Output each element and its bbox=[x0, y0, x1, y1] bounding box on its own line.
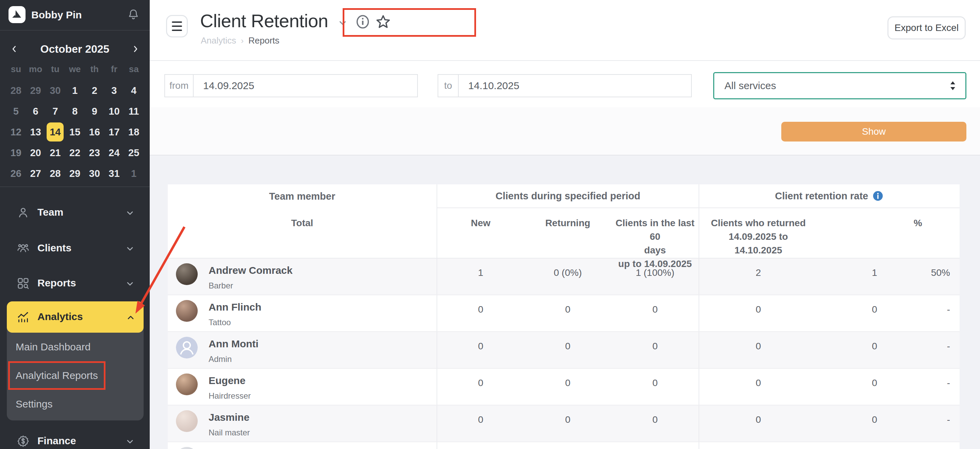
calendar-day[interactable]: 10 bbox=[105, 102, 123, 121]
avatar bbox=[176, 373, 198, 395]
value-cell bbox=[932, 442, 959, 449]
menu-toggle-button[interactable] bbox=[166, 15, 188, 37]
breadcrumb-separator-icon: › bbox=[241, 36, 243, 46]
annotation-box-analytical-reports bbox=[8, 361, 105, 390]
calendar-next-icon[interactable] bbox=[128, 41, 143, 57]
calendar-day[interactable]: 15 bbox=[66, 122, 83, 141]
calendar-day[interactable]: 4 bbox=[125, 81, 142, 100]
calendar-day[interactable]: 17 bbox=[105, 122, 123, 141]
table-row: JasmineNail master00000- bbox=[168, 405, 959, 442]
date-to-field[interactable]: to 14.10.2025 bbox=[438, 74, 692, 97]
calendar-day[interactable]: 11 bbox=[125, 102, 142, 121]
avatar-placeholder bbox=[176, 337, 198, 359]
calendar-day[interactable]: 19 bbox=[8, 143, 24, 162]
value-cell: 0 bbox=[611, 332, 698, 368]
submenu-item-main-dashboard[interactable]: Main Dashboard bbox=[7, 337, 143, 357]
value-cell: - bbox=[932, 295, 959, 331]
calendar-day[interactable]: 30 bbox=[86, 164, 103, 183]
calendar-month-label: October 2025 bbox=[22, 43, 128, 56]
calendar-day[interactable]: 26 bbox=[8, 164, 24, 183]
calendar-day[interactable]: 18 bbox=[125, 122, 142, 141]
sidebar-item-label: Team bbox=[37, 206, 63, 218]
chevron-down-icon bbox=[125, 437, 135, 446]
calendar-day[interactable]: 21 bbox=[47, 143, 64, 162]
value-cell: 0 bbox=[437, 295, 524, 331]
person-icon bbox=[16, 206, 30, 219]
calendar-day[interactable]: 24 bbox=[105, 143, 123, 162]
bell-icon[interactable] bbox=[127, 8, 140, 22]
sidebar-item-team[interactable]: Team bbox=[0, 201, 150, 224]
retention-info-icon[interactable] bbox=[872, 190, 884, 202]
member-role: Admin bbox=[208, 354, 259, 364]
calendar-day[interactable]: 1 bbox=[66, 81, 83, 100]
value-cell: 1 bbox=[817, 259, 932, 295]
calendar-day[interactable]: 7 bbox=[47, 102, 64, 121]
member-cell bbox=[168, 442, 437, 449]
annotation-box-title bbox=[343, 8, 476, 37]
submenu-item-settings[interactable]: Settings bbox=[7, 394, 143, 414]
calendar-day[interactable]: 28 bbox=[47, 164, 64, 183]
value-cell bbox=[611, 442, 698, 449]
calendar-day[interactable]: 9 bbox=[86, 102, 103, 121]
calendar-day[interactable]: 20 bbox=[27, 143, 44, 162]
sidebar-item-label: Finance bbox=[37, 435, 76, 447]
calendar-week-row: 567891011 bbox=[6, 102, 143, 121]
sidebar-item-finance[interactable]: Finance bbox=[0, 430, 150, 449]
sidebar-item-analytics[interactable]: Analytics bbox=[7, 301, 143, 333]
date-from-field[interactable]: from 14.09.2025 bbox=[164, 74, 418, 97]
breadcrumb-item-current: Reports bbox=[248, 35, 279, 46]
sidebar-item-reports[interactable]: Reports bbox=[0, 272, 150, 295]
calendar-day[interactable]: 6 bbox=[27, 102, 44, 121]
sidebar-item-clients[interactable]: Clients bbox=[0, 237, 150, 260]
workspace-logo[interactable] bbox=[8, 6, 25, 23]
member-name: Eugene bbox=[208, 375, 251, 386]
calendar-week-row: 2829301234 bbox=[6, 81, 143, 100]
value-cell: 0 bbox=[611, 369, 698, 405]
calendar-day[interactable]: 22 bbox=[66, 143, 83, 162]
value-cell: 0 bbox=[698, 332, 817, 368]
calendar-weekday-row: sumotuwethfrsa bbox=[6, 64, 143, 75]
logo-mark-icon bbox=[11, 8, 23, 21]
value-cell: - bbox=[932, 332, 959, 368]
calendar-day[interactable]: 28 bbox=[8, 81, 24, 100]
avatar bbox=[176, 410, 198, 432]
calendar-day-selected[interactable]: 14 bbox=[47, 122, 64, 141]
calendar-day[interactable]: 1 bbox=[125, 164, 142, 183]
calendar-month-bar: October 2025 bbox=[7, 40, 143, 58]
calendar-day[interactable]: 23 bbox=[86, 143, 103, 162]
date-to-label: to bbox=[438, 75, 459, 97]
export-to-excel-button[interactable]: Export to Excel bbox=[888, 16, 966, 40]
calendar-day[interactable]: 27 bbox=[27, 164, 44, 183]
value-cell: 1 bbox=[437, 259, 524, 295]
calendar-day[interactable]: 3 bbox=[105, 81, 123, 100]
table-sub-header: TotalNewReturningClients in the last 60 … bbox=[168, 208, 959, 259]
date-to-value[interactable]: 14.10.2025 bbox=[459, 75, 519, 97]
calendar-day[interactable]: 8 bbox=[66, 102, 83, 121]
services-select[interactable]: All services bbox=[713, 72, 966, 99]
filter-actions-band: Show bbox=[150, 107, 980, 155]
date-from-value[interactable]: 14.09.2025 bbox=[194, 75, 254, 97]
show-button[interactable]: Show bbox=[781, 122, 966, 141]
member-role: Hairdresser bbox=[208, 391, 251, 401]
calendar-prev-icon[interactable] bbox=[7, 41, 22, 57]
calendar-weekday-label: sa bbox=[124, 64, 143, 75]
member-name: Andrew Comrack bbox=[208, 265, 293, 276]
calendar-day[interactable]: 16 bbox=[86, 122, 103, 141]
calendar-day[interactable]: 2 bbox=[86, 81, 103, 100]
calendar-day[interactable]: 5 bbox=[8, 102, 24, 121]
value-cell: 0 bbox=[698, 369, 817, 405]
calendar-day[interactable]: 29 bbox=[66, 164, 83, 183]
calendar-day[interactable]: 12 bbox=[8, 122, 24, 141]
value-cell: 0 bbox=[524, 332, 611, 368]
calendar-day[interactable]: 13 bbox=[27, 122, 44, 141]
table-group-header: Team member Clients during specified per… bbox=[168, 184, 959, 208]
calendar-day[interactable]: 31 bbox=[105, 164, 123, 183]
services-select-value: All services bbox=[714, 80, 948, 92]
calendar-day[interactable]: 29 bbox=[27, 81, 44, 100]
workspace-name[interactable]: Bobby Pin bbox=[31, 9, 82, 21]
member-name-block: Andrew ComrackBarber bbox=[208, 263, 293, 290]
breadcrumb-item[interactable]: Analytics bbox=[201, 35, 236, 46]
calendar-day[interactable]: 30 bbox=[47, 81, 64, 100]
value-cell: 0 bbox=[437, 369, 524, 405]
calendar-day[interactable]: 25 bbox=[125, 143, 142, 162]
